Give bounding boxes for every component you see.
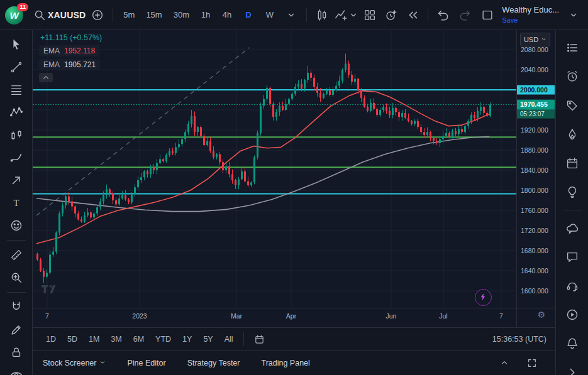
- ideas-lightbulb-icon[interactable]: [560, 180, 584, 205]
- chart-style-button[interactable]: [313, 4, 331, 26]
- currency-select[interactable]: USD: [520, 33, 550, 46]
- forecast-icon[interactable]: [4, 125, 28, 145]
- redo-icon: [458, 8, 472, 22]
- fib-retracement-icon[interactable]: [4, 80, 28, 100]
- drawing-toolbar: T: [0, 30, 33, 375]
- redo-button[interactable]: [455, 4, 474, 26]
- magnet-icon[interactable]: [4, 297, 28, 317]
- notifications-bell-icon[interactable]: [560, 331, 584, 356]
- svg-text:T: T: [13, 198, 19, 208]
- chevron-down-icon: [99, 359, 106, 367]
- text-tool-icon[interactable]: T: [4, 193, 28, 213]
- session-clock[interactable]: 15:36:53 (UTC): [492, 335, 546, 344]
- symbol-search-button[interactable]: XAUUSD: [33, 4, 86, 26]
- layout-templates-button[interactable]: [360, 4, 379, 26]
- quick-action-bolt-button[interactable]: [475, 289, 492, 306]
- public-chat-cloud-icon[interactable]: [560, 215, 584, 241]
- undo-button[interactable]: [434, 4, 453, 26]
- streams-play-icon[interactable]: [560, 302, 584, 327]
- currency-label: USD: [524, 36, 538, 43]
- tab-strategy-tester[interactable]: Strategy Tester: [187, 359, 240, 367]
- ema-legend-row[interactable]: EMA 1952.118: [39, 45, 99, 57]
- indicators-button[interactable]: [334, 4, 358, 26]
- range-6m[interactable]: 6M: [129, 332, 148, 346]
- svg-text:1970.455: 1970.455: [520, 101, 548, 108]
- timeframe-4h[interactable]: 4h: [218, 4, 236, 26]
- legend-collapse-button[interactable]: [39, 73, 53, 82]
- tradingview-watermark-icon: [42, 283, 62, 296]
- indicator-value: 1952.118: [64, 46, 95, 55]
- select-layout-button[interactable]: [478, 4, 497, 26]
- hide-drawings-eye-icon[interactable]: [4, 365, 28, 375]
- timeframe-menu-button[interactable]: [282, 4, 301, 26]
- create-alert-button[interactable]: [382, 4, 401, 26]
- bottom-range-bar: 1D 5D 1M 3M 6M YTD 1Y 5Y All 15:36:53 (U…: [33, 327, 555, 351]
- user-menu-button[interactable]: W 11: [5, 4, 26, 26]
- save-layout-link[interactable]: Save: [502, 16, 518, 24]
- chevron-down-icon: [541, 36, 546, 43]
- undo-icon: [436, 8, 450, 22]
- tab-pine-editor[interactable]: Pine Editor: [127, 359, 165, 367]
- timeframe-30m[interactable]: 30m: [169, 4, 194, 26]
- svg-text:Jun: Jun: [386, 312, 397, 320]
- draw-pencil-icon[interactable]: [4, 320, 28, 340]
- chevron-down-icon: [349, 11, 358, 19]
- private-chat-bubble-icon[interactable]: [560, 244, 584, 269]
- go-to-date-icon[interactable]: [250, 332, 269, 347]
- panel-collapse-icon[interactable]: [560, 360, 584, 375]
- divider: [563, 210, 582, 210]
- watchlist-icon[interactable]: [560, 35, 584, 60]
- zoom-in-icon[interactable]: [4, 268, 28, 288]
- timeframe-1d-active[interactable]: D: [239, 4, 258, 26]
- timeframe-5m[interactable]: 5m: [119, 4, 139, 26]
- range-1d[interactable]: 1D: [42, 332, 60, 346]
- emoji-icon[interactable]: [4, 215, 28, 236]
- layout-name-button[interactable]: Wealthy Educ... Save: [501, 4, 560, 26]
- trend-line-icon[interactable]: [4, 57, 28, 77]
- chevron-up-icon: [42, 73, 50, 82]
- tab-stock-screener[interactable]: Stock Screener: [43, 359, 106, 367]
- xabcd-pattern-icon[interactable]: [4, 102, 28, 122]
- fullscreen-icon[interactable]: [523, 355, 541, 371]
- timeframe-1h[interactable]: 1h: [196, 4, 215, 26]
- svg-text:7: 7: [45, 312, 49, 320]
- panel-open-chevron-icon[interactable]: [495, 355, 514, 371]
- tab-trading-panel[interactable]: Trading Panel: [261, 359, 309, 367]
- lock-icon[interactable]: [4, 342, 28, 362]
- cursor-icon[interactable]: [4, 35, 28, 55]
- brush-icon[interactable]: [4, 148, 28, 168]
- range-1m[interactable]: 1M: [84, 332, 104, 346]
- grid-icon: [363, 8, 377, 22]
- range-3m[interactable]: 3M: [106, 332, 126, 346]
- support-headset-icon[interactable]: [560, 273, 584, 298]
- range-5y[interactable]: 5Y: [199, 332, 217, 346]
- alerts-clock-icon[interactable]: [560, 64, 584, 89]
- chart-region: 2080.0002040.0002000.0001960.0001920.000…: [33, 30, 555, 327]
- range-5d[interactable]: 5D: [63, 332, 82, 346]
- bar-replay-button[interactable]: [403, 4, 422, 26]
- compare-add-symbol-button[interactable]: [88, 4, 107, 26]
- timeframe-15m[interactable]: 15m: [141, 4, 166, 26]
- timeframe-1w[interactable]: W: [260, 4, 279, 26]
- svg-text:Jul: Jul: [439, 312, 447, 320]
- arrow-marker-icon[interactable]: [4, 170, 28, 190]
- axis-settings-gear-icon[interactable]: ⚙: [537, 310, 545, 319]
- calendar-icon[interactable]: [560, 151, 584, 176]
- range-all[interactable]: All: [220, 332, 238, 346]
- ema-legend-row[interactable]: EMA 1905.721: [39, 59, 100, 70]
- right-sidebar: [555, 30, 588, 375]
- chart-column: 2080.0002040.0002000.0001960.0001920.000…: [33, 30, 555, 375]
- measure-ruler-icon[interactable]: [4, 245, 28, 265]
- top-toolbar: W 11 XAUUSD 5m 15m 30m 1h 4h D W: [0, 0, 588, 30]
- svg-text:2080.000: 2080.000: [521, 46, 548, 53]
- tradingview-app: W 11 XAUUSD 5m 15m 30m 1h 4h D W: [0, 0, 588, 375]
- range-ytd[interactable]: YTD: [151, 332, 175, 346]
- hotlists-flame-icon[interactable]: [560, 122, 584, 147]
- price-chart-canvas[interactable]: 2080.0002040.0002000.0001960.0001920.000…: [33, 30, 555, 327]
- ideas-tag-icon[interactable]: [560, 93, 584, 118]
- layout-menu-button[interactable]: [564, 4, 583, 26]
- range-1y[interactable]: 1Y: [178, 332, 196, 346]
- layout-square-icon: [480, 8, 494, 22]
- toolbar-divider: [306, 8, 307, 22]
- lightning-icon: [479, 293, 487, 303]
